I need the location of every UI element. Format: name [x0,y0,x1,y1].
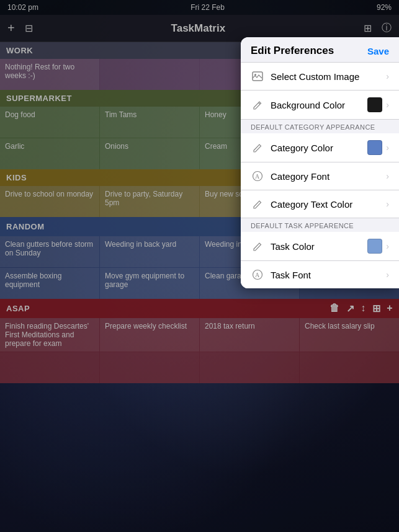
category-text-color-chevron: › [386,199,389,209]
select-image-row[interactable]: Select Custom Image › [241,63,399,91]
category-section-header: DEFAULT CATEGORY APPEARANCE [241,120,399,133]
chevron-icon: › [386,143,389,153]
task-font-row[interactable]: A Task Font › [241,261,399,288]
chevron-icon: › [386,199,389,209]
category-color-value: › [367,140,389,155]
category-color-label: Category Color [271,143,367,153]
task-font-label: Task Font [271,270,386,280]
background-color-label: Background Color [271,100,367,110]
category-color-swatch [367,140,382,155]
category-font-icon: A [251,169,264,183]
background-color-icon [251,98,264,112]
background-color-swatch [367,97,382,112]
background-color-row[interactable]: Background Color › [241,91,399,119]
svg-text:A: A [255,272,260,278]
svg-point-1 [254,74,256,76]
chevron-icon: › [386,241,389,251]
category-font-chevron: › [386,171,389,181]
panel-title: Edit Preferences [251,45,334,57]
preferences-panel: Edit Preferences Save Select Custom Imag… [241,37,399,288]
category-text-color-row[interactable]: Category Text Color › [241,190,399,218]
task-section-header: DEFAULT TASK APPEARENCE [241,218,399,232]
category-color-icon [251,141,264,154]
category-font-row[interactable]: A Category Font › [241,162,399,190]
panel-header: Edit Preferences Save [241,37,399,63]
category-font-label: Category Font [271,171,386,182]
task-font-chevron: › [386,270,389,280]
select-image-chevron: › [386,71,389,81]
task-color-label: Task Color [271,241,367,252]
task-color-swatch [367,239,382,254]
save-button[interactable]: Save [367,46,389,56]
svg-text:A: A [255,173,260,180]
chevron-icon: › [386,171,389,181]
chevron-icon: › [386,270,389,280]
category-text-color-icon [251,197,264,211]
task-color-value: › [367,239,389,254]
task-font-icon: A [251,268,264,282]
select-image-label: Select Custom Image [271,71,386,82]
image-icon [251,69,264,83]
task-color-icon [251,239,264,253]
chevron-icon: › [386,100,389,110]
category-color-row[interactable]: Category Color › [241,133,399,162]
background-color-value: › [367,97,389,112]
task-color-row[interactable]: Task Color › [241,232,399,261]
category-text-color-label: Category Text Color [271,199,386,210]
chevron-icon: › [386,71,389,81]
